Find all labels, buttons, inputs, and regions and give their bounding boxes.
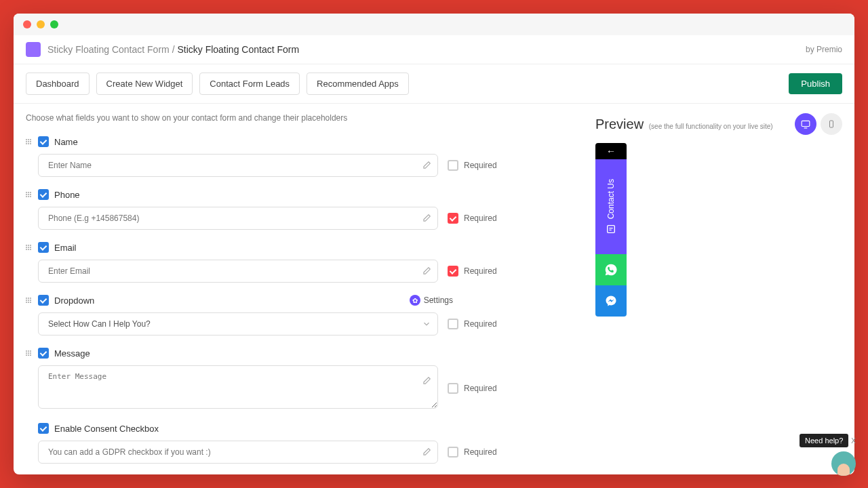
recommended-apps-button[interactable]: Recommended Apps — [307, 73, 409, 95]
help-widget: Need help? X — [800, 434, 854, 474]
publish-button[interactable]: Publish — [789, 73, 842, 94]
collapse-arrow-icon[interactable]: ← — [595, 143, 627, 159]
window-maximize-icon[interactable] — [50, 20, 58, 28]
intro-text: Choose what fields you want to show on y… — [26, 113, 571, 123]
drag-handle-icon[interactable] — [26, 192, 33, 197]
message-label: Message — [54, 348, 90, 359]
contact-us-label: Contact Us — [606, 179, 616, 219]
consent-enable-checkbox[interactable] — [38, 423, 49, 434]
help-bubble[interactable]: Need help? — [800, 434, 848, 447]
chevron-down-icon[interactable] — [422, 319, 431, 329]
name-enable-checkbox[interactable] — [38, 136, 49, 147]
drag-handle-icon[interactable] — [26, 245, 33, 250]
window-minimize-icon[interactable] — [37, 20, 45, 28]
breadcrumb: Sticky Floating Contact Form / Sticky Fl… — [47, 44, 299, 55]
message-placeholder-textarea[interactable] — [38, 365, 438, 409]
titlebar — [14, 14, 854, 35]
field-phone: Phone Required — [26, 189, 571, 230]
message-enable-checkbox[interactable] — [38, 348, 49, 359]
breadcrumb-parent[interactable]: Sticky Floating Contact Form — [47, 44, 170, 55]
field-message: Message Required — [26, 348, 571, 411]
content: Choose what fields you want to show on y… — [14, 104, 854, 474]
desktop-view-button[interactable] — [795, 113, 816, 135]
email-required-label: Required — [464, 266, 497, 276]
preview-box: ← Contact Us — [595, 143, 842, 346]
form-editor: Choose what fields you want to show on y… — [14, 104, 583, 474]
whatsapp-icon — [604, 263, 618, 277]
phone-label: Phone — [54, 190, 80, 200]
dropdown-label: Dropdown — [54, 296, 94, 306]
preview-panel: Preview (see the full functionality on y… — [583, 104, 854, 474]
create-widget-button[interactable]: Create New Widget — [96, 73, 193, 95]
dropdown-required-checkbox[interactable] — [448, 319, 458, 329]
field-consent: Enable Consent Checkbox Required — [26, 423, 571, 464]
field-dropdown: Dropdown ✿ Settings Select How Can I Hel… — [26, 295, 571, 336]
phone-enable-checkbox[interactable] — [38, 189, 49, 200]
app-icon — [26, 42, 41, 57]
help-close-button[interactable]: X — [851, 437, 854, 445]
navbar: Dashboard Create New Widget Contact Form… — [14, 64, 854, 104]
drag-handle-icon[interactable] — [26, 350, 33, 356]
breadcrumb-row: Sticky Floating Contact Form / Sticky Fl… — [14, 35, 854, 64]
drag-handle-icon[interactable] — [26, 298, 33, 303]
breadcrumb-current: Sticky Floating Contact Form — [177, 44, 299, 55]
message-required-label: Required — [464, 384, 497, 393]
dropdown-enable-checkbox[interactable] — [38, 295, 49, 306]
contact-leads-button[interactable]: Contact Form Leads — [199, 73, 300, 95]
svg-rect-0 — [802, 121, 810, 126]
email-enable-checkbox[interactable] — [38, 242, 49, 253]
consent-required-checkbox[interactable] — [448, 447, 458, 458]
field-email: Email Required — [26, 242, 571, 283]
phone-placeholder-input[interactable] — [38, 207, 438, 230]
name-label: Name — [54, 137, 78, 147]
preview-subtitle: (see the full functionality on your live… — [649, 123, 773, 130]
support-avatar[interactable] — [831, 451, 854, 474]
whatsapp-tab[interactable] — [595, 254, 627, 285]
pencil-icon[interactable] — [422, 214, 431, 223]
dropdown-placeholder-select[interactable]: Select How Can I Help You? — [38, 312, 438, 336]
svg-rect-3 — [608, 225, 615, 232]
dashboard-button[interactable]: Dashboard — [26, 73, 90, 95]
messenger-tab[interactable] — [595, 285, 627, 317]
app-window: Sticky Floating Contact Form / Sticky Fl… — [14, 14, 854, 474]
drag-handle-icon[interactable] — [26, 139, 33, 144]
name-required-label: Required — [464, 161, 497, 170]
name-placeholder-input[interactable] — [38, 154, 438, 177]
svg-rect-2 — [830, 121, 833, 127]
pencil-icon[interactable] — [422, 447, 431, 457]
messenger-icon — [605, 295, 617, 307]
consent-placeholder-input[interactable] — [38, 441, 438, 464]
by-label: by Premio — [806, 45, 842, 54]
pencil-icon[interactable] — [422, 161, 431, 170]
preview-title: Preview — [595, 117, 644, 131]
consent-required-label: Required — [464, 447, 497, 457]
window-close-icon[interactable] — [23, 20, 31, 28]
email-required-checkbox[interactable] — [448, 266, 458, 277]
email-placeholder-input[interactable] — [38, 260, 438, 283]
mobile-view-button[interactable] — [821, 113, 842, 135]
name-required-checkbox[interactable] — [448, 160, 458, 171]
email-label: Email — [54, 243, 77, 253]
message-required-checkbox[interactable] — [448, 383, 458, 394]
pencil-icon[interactable] — [422, 376, 431, 386]
form-icon — [606, 224, 616, 235]
gear-icon: ✿ — [410, 295, 420, 306]
pencil-icon[interactable] — [422, 266, 431, 276]
dropdown-required-label: Required — [464, 319, 497, 329]
field-name: Name Required — [26, 136, 571, 177]
phone-required-checkbox[interactable] — [448, 213, 458, 224]
consent-label: Enable Consent Checkbox — [54, 424, 159, 434]
contact-us-tab[interactable]: Contact Us — [595, 159, 627, 254]
dropdown-settings-button[interactable]: ✿ Settings — [410, 295, 453, 306]
phone-required-label: Required — [464, 214, 497, 223]
